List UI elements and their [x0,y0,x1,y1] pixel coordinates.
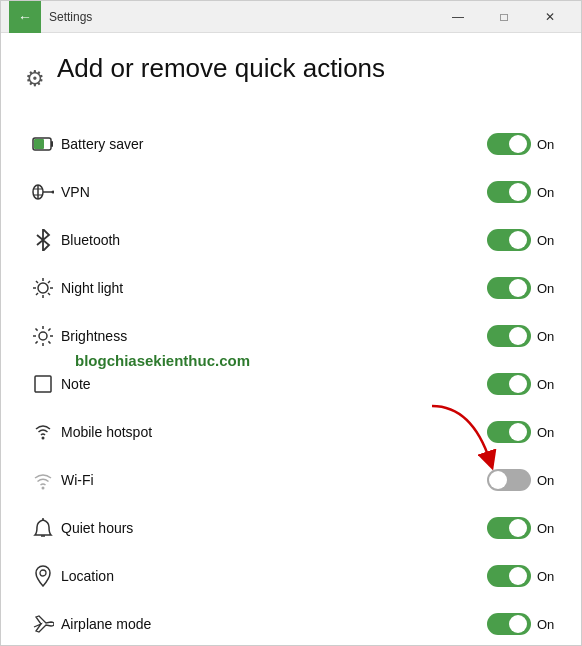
svg-line-24 [36,341,38,343]
note-icon [25,374,61,394]
svg-point-26 [42,437,45,440]
item-label-wifi: Wi-Fi [61,472,487,488]
settings-item-vpn: VPN On [25,168,557,216]
night-icon [25,277,61,299]
svg-rect-2 [34,139,44,149]
quiet-icon [25,517,61,539]
toggle-brightness[interactable] [487,325,531,347]
page-title-area: ⚙ Add or remove quick actions [25,53,557,104]
svg-line-21 [36,329,38,331]
svg-line-23 [48,329,50,331]
settings-window: ← Settings — □ ✕ ⚙ Add or remove quick a… [0,0,582,646]
toggle-quiet-hours[interactable] [487,517,531,539]
airplane-icon [25,613,61,635]
settings-item-location: Location On [25,552,557,600]
toggle-label-quiet-hours: On [537,521,557,536]
toggle-area-location: On [487,565,557,587]
maximize-button[interactable]: □ [481,1,527,33]
location-icon [25,565,61,587]
toggle-label-mobile-hotspot: On [537,425,557,440]
hotspot-icon [25,421,61,443]
minimize-button[interactable]: — [435,1,481,33]
toggle-battery-saver[interactable] [487,133,531,155]
svg-point-27 [42,487,45,490]
toggle-area-airplane-mode: On [487,613,557,635]
toggle-area-mobile-hotspot: On [487,421,557,443]
toggle-area-battery-saver: On [487,133,557,155]
toggle-area-night-light: On [487,277,557,299]
item-label-quiet-hours: Quiet hours [61,520,487,536]
settings-item-night-light: Night light On [25,264,557,312]
toggle-note[interactable] [487,373,531,395]
settings-gear-icon: ⚙ [25,66,45,92]
settings-item-quiet-hours: Quiet hours On [25,504,557,552]
toggle-label-brightness: On [537,329,557,344]
settings-item-airplane-mode: Airplane mode On [25,600,557,645]
item-label-location: Location [61,568,487,584]
svg-line-22 [48,341,50,343]
item-label-brightness: Brightness [61,328,487,344]
brightness-icon [25,325,61,347]
titlebar-controls: — □ ✕ [435,1,573,33]
settings-item-bluetooth: Bluetooth On [25,216,557,264]
toggle-wifi[interactable] [487,469,531,491]
svg-line-15 [36,293,38,295]
toggle-area-bluetooth: On [487,229,557,251]
toggle-label-vpn: On [537,185,557,200]
toggle-bluetooth[interactable] [487,229,531,251]
svg-point-7 [38,283,48,293]
toggle-area-vpn: On [487,181,557,203]
content-area: ⚙ Add or remove quick actions Battery sa… [1,33,581,645]
toggle-label-wifi: On [537,473,557,488]
toggle-location[interactable] [487,565,531,587]
svg-rect-25 [35,376,51,392]
item-label-note: Note [61,376,487,392]
item-label-mobile-hotspot: Mobile hotspot [61,424,487,440]
toggle-area-note: On [487,373,557,395]
toggle-night-light[interactable] [487,277,531,299]
close-button[interactable]: ✕ [527,1,573,33]
toggle-mobile-hotspot[interactable] [487,421,531,443]
toggle-label-night-light: On [537,281,557,296]
item-label-night-light: Night light [61,280,487,296]
titlebar-title: Settings [49,10,435,24]
svg-point-6 [52,191,55,194]
svg-rect-1 [51,141,53,147]
item-label-battery-saver: Battery saver [61,136,487,152]
toggle-label-location: On [537,569,557,584]
toggle-vpn[interactable] [487,181,531,203]
toggle-label-note: On [537,377,557,392]
settings-item-brightness: Brightness blogchiasekienthuc.com On [25,312,557,360]
settings-item-note: Note On [25,360,557,408]
item-label-airplane-mode: Airplane mode [61,616,487,632]
toggle-label-airplane-mode: On [537,617,557,632]
svg-point-16 [39,332,47,340]
wifi-icon [25,469,61,491]
toggle-label-bluetooth: On [537,233,557,248]
toggle-area-quiet-hours: On [487,517,557,539]
item-label-bluetooth: Bluetooth [61,232,487,248]
bluetooth-icon [25,229,61,251]
quick-actions-list: Battery saver On VPN On Bluetooth On [25,120,557,645]
svg-line-12 [36,281,38,283]
toggle-label-battery-saver: On [537,137,557,152]
vpn-icon [25,183,61,201]
svg-line-13 [48,293,50,295]
toggle-airplane-mode[interactable] [487,613,531,635]
svg-line-14 [48,281,50,283]
back-button[interactable]: ← [9,1,41,33]
toggle-area-brightness: On [487,325,557,347]
svg-point-30 [40,570,46,576]
battery-icon [25,135,61,153]
titlebar: ← Settings — □ ✕ [1,1,581,33]
settings-item-wifi: Wi-Fi On [25,456,557,504]
settings-item-mobile-hotspot: Mobile hotspot On [25,408,557,456]
page-title: Add or remove quick actions [57,53,385,84]
item-label-vpn: VPN [61,184,487,200]
toggle-area-wifi: On [487,469,557,491]
settings-item-battery-saver: Battery saver On [25,120,557,168]
